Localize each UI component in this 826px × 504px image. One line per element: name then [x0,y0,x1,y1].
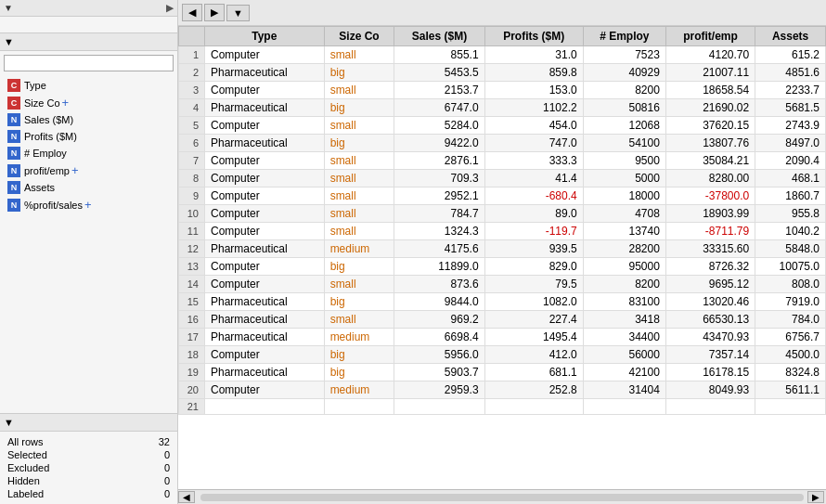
companies-section: ▼ ▶ [0,0,177,33]
table-cell: 3 [179,82,205,99]
column-item-sales---m-[interactable]: NSales ($M) [0,111,177,128]
table-cell: 873.6 [394,276,484,293]
table-cell: 227.4 [484,311,583,329]
scroll-left-btn[interactable]: ◀ [182,4,202,21]
rows-stat-row: Hidden0 [7,474,170,487]
table-cell: 6747.0 [394,99,484,117]
table-header-row-num[interactable] [179,27,205,46]
table-header-profit/emp[interactable]: profit/emp [665,27,755,46]
table-cell: small [324,170,394,187]
data-table-container[interactable]: TypeSize CoSales ($M)Profits ($M)# Emplo… [178,26,826,489]
table-cell: Pharmaceutical [205,311,325,329]
table-cell: 955.8 [755,205,826,223]
table-cell: 8200 [583,276,665,293]
table-cell: 13807.76 [665,135,755,152]
table-cell: small [324,311,394,329]
bottom-scrollbar[interactable]: ◀ ▶ [178,489,826,504]
table-cell: 8324.8 [755,364,826,381]
table-cell: 33315.60 [665,240,755,258]
table-header-Sales ($M)[interactable]: Sales ($M) [394,27,484,46]
table-cell: big [324,364,394,381]
columns-search-input[interactable] [4,55,174,71]
num-type-icon: N [7,147,20,160]
table-cell: 2153.7 [394,82,484,99]
table-header-Size Co[interactable]: Size Co [324,27,394,46]
table-header-Assets[interactable]: Assets [755,27,826,46]
column-item--profit-sales[interactable]: N%profit/sales+ [0,196,177,213]
columns-header[interactable]: ▼ [0,33,177,51]
scroll-bottom-right-btn[interactable]: ▶ [807,491,824,503]
table-cell: 12068 [583,117,665,135]
table-cell: 7 [179,152,205,170]
companies-header[interactable]: ▼ ▶ [0,0,177,17]
table-cell: 13 [179,258,205,276]
table-row: 18Computerbig5956.0412.0560007357.144500… [179,346,826,364]
column-add-icon[interactable]: + [84,198,92,212]
filter-btn[interactable]: ▼ [226,5,250,21]
table-cell: Pharmaceutical [205,240,325,258]
table-cell: 5000 [583,170,665,187]
table-cell: Computer [205,82,325,99]
table-cell: 4 [179,99,205,117]
table-cell: 4175.6 [394,240,484,258]
table-row: 4Pharmaceuticalbig6747.01102.25081621690… [179,99,826,117]
column-item-profit-emp[interactable]: Nprofit/emp+ [0,162,177,179]
column-item-size-co[interactable]: CSize Co+ [0,94,177,111]
column-item---employ[interactable]: N# Employ [0,145,177,162]
table-cell: 8049.93 [665,381,755,399]
column-item-assets[interactable]: NAssets [0,179,177,196]
table-row: 5Computersmall5284.0454.01206837620.1527… [179,117,826,135]
table-row: 8Computersmall709.341.450008280.00468.1 [179,170,826,187]
table-cell: 153.0 [484,82,583,99]
table-cell: 4120.70 [665,46,755,64]
table-cell: 20 [179,381,205,399]
rows-stat-value: 0 [151,449,170,460]
table-cell: Computer [205,223,325,240]
table-cell: 2233.7 [755,82,826,99]
table-cell [394,399,484,415]
column-list: CTypeCSize Co+NSales ($M)NProfits ($M)N#… [0,75,177,413]
table-cell [484,399,583,415]
table-cell: 333.3 [484,152,583,170]
table-cell: 37620.15 [665,117,755,135]
table-header-Profits ($M)[interactable]: Profits ($M) [484,27,583,46]
scroll-bottom-left-btn[interactable]: ◀ [178,491,195,503]
table-cell: 5 [179,117,205,135]
column-label: Type [24,80,46,91]
table-cell: 1324.3 [394,223,484,240]
table-cell: 8 [179,170,205,187]
column-add-icon[interactable]: + [71,163,79,177]
table-cell: Pharmaceutical [205,329,325,346]
table-cell: 2090.4 [755,152,826,170]
rows-header[interactable]: ▼ [0,414,177,432]
left-panel: ▼ ▶ ▼ CTypeCSize Co+NSales ($M)NProfits … [0,0,178,504]
table-cell: 10 [179,205,205,223]
table-row: 6Pharmaceuticalbig9422.0747.05410013807.… [179,135,826,152]
column-item-type[interactable]: CType [0,77,177,94]
table-cell: 10075.0 [755,258,826,276]
column-add-icon[interactable]: + [62,96,70,110]
num-type-icon: N [7,181,20,194]
table-row: 14Computersmall873.679.582009695.12808.0 [179,276,826,293]
table-cell: Pharmaceutical [205,293,325,311]
companies-expand-icon: ▶ [166,3,174,13]
scroll-right-btn[interactable]: ▶ [204,4,225,21]
table-cell: 1040.2 [755,223,826,240]
table-cell: Computer [205,258,325,276]
cat-type-icon: C [7,97,20,110]
table-cell: 969.2 [394,311,484,329]
column-label: # Employ [24,148,67,159]
table-cell: 18 [179,346,205,364]
table-cell: 859.8 [484,64,583,82]
rows-stat-row: Selected0 [7,448,170,461]
table-cell: 43470.93 [665,329,755,346]
table-cell: 939.5 [484,240,583,258]
table-header-# Employ[interactable]: # Employ [583,27,665,46]
table-cell: 12 [179,240,205,258]
table-header-Type[interactable]: Type [205,27,325,46]
table-cell: 1082.0 [484,293,583,311]
table-cell: 41.4 [484,170,583,187]
rows-table: All rows32Selected0Excluded0Hidden0Label… [0,432,177,504]
column-item-profits---m-[interactable]: NProfits ($M) [0,128,177,145]
table-cell: Computer [205,152,325,170]
